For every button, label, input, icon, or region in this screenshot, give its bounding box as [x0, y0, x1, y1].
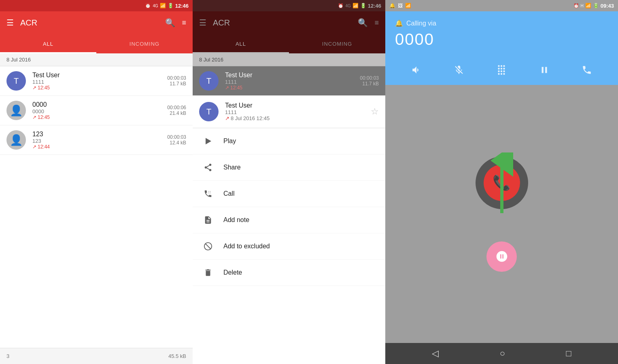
filter-button-1[interactable]: ≡ [182, 19, 186, 27]
detail-number: 1111 [225, 109, 371, 115]
status-bar-1: ⏰ 4G 📶 🔋 12:46 [0, 0, 193, 11]
menu-item-play[interactable]: Play [193, 128, 385, 154]
calling-number: 0000 [395, 30, 608, 49]
svg-line-4 [207, 168, 209, 169]
status-bar-2: ⏰ 4G 📶 🔋 12:46 [193, 0, 385, 11]
detail-card: T Test User 1111 ↗ 8 Jul 2016 12:45 ☆ [193, 95, 385, 128]
back-nav-button[interactable]: ◁ [432, 348, 439, 359]
tabs-1: ALL INCOMING [0, 34, 193, 53]
add-call-button[interactable] [582, 65, 592, 75]
panel-3: 🔔 🖼 📶 ⏰ H 📶 🔋 09:43 🔔 Calling via 0000 [385, 0, 618, 364]
search-button-1[interactable]: 🔍 [165, 18, 175, 28]
status-time-1: 12:46 [175, 3, 189, 9]
keypad-button[interactable] [496, 65, 507, 75]
status-bar-3: 🔔 🖼 📶 ⏰ H 📶 🔋 09:43 [385, 0, 618, 11]
call-meta-1: 00:00:03 11.7 kB [167, 75, 186, 87]
alarm-icon-2: ⏰ [338, 3, 344, 8]
svg-line-5 [207, 165, 209, 167]
highlighted-call-meta: 00:00:03 11.7 kB [360, 75, 379, 87]
svg-marker-0 [206, 138, 211, 144]
status-right-icons: ⏰ H 📶 🔋 09:43 [573, 3, 614, 9]
home-nav-button[interactable]: ○ [500, 348, 505, 359]
battery-icon-2: 🔋 [360, 3, 366, 8]
status-left-icons: 🔔 🖼 📶 [389, 3, 411, 8]
alarm-icon: ⏰ [145, 3, 151, 8]
avatar-highlighted: T [199, 71, 219, 91]
speaker-button[interactable] [411, 65, 422, 75]
menu-label-call: Call [223, 190, 235, 197]
filter-button-2[interactable]: ≡ [374, 19, 379, 27]
wifi-icon: 📶 [405, 3, 411, 8]
call-time-1: ↗ 12:45 [32, 85, 167, 91]
call-meta-2: 00:00:06 21.4 kB [167, 105, 186, 116]
signal-bars: 📶 [160, 3, 166, 8]
menu-item-call[interactable]: Call [193, 181, 385, 207]
call-item-1[interactable]: T Test User 1111 ↗ 12:45 00:00:03 11.7 k… [0, 66, 193, 96]
menu-item-delete[interactable]: Delete [193, 260, 385, 286]
call-count: 3 [6, 353, 9, 359]
tab-incoming-2[interactable]: INCOMING [289, 34, 385, 53]
signal-4g-2: 4G [345, 4, 350, 8]
calling-controls [385, 58, 618, 85]
signal-4g: 4G [153, 4, 158, 8]
recents-nav-button[interactable]: □ [566, 348, 571, 359]
total-size: 45.5 kB [168, 353, 186, 359]
delete-icon [202, 267, 214, 278]
signal-h: H [581, 4, 584, 8]
search-button-2[interactable]: 🔍 [358, 18, 368, 28]
call-number-3: 123 [32, 138, 167, 144]
date-header-2: 8 Jul 2016 [193, 53, 385, 66]
tab-all-1[interactable]: ALL [0, 34, 96, 53]
bell-calling-icon: 🔔 [395, 19, 403, 27]
date-header-1: 8 Jul 2016 [0, 53, 193, 66]
app-title-1: ACR [20, 18, 159, 28]
svg-point-2 [205, 166, 207, 169]
share-icon [202, 162, 214, 173]
app-bar-1: ☰ ACR 🔍 ≡ [0, 11, 193, 34]
menu-item-share[interactable]: Share [193, 154, 385, 181]
call-icon [202, 188, 214, 199]
call-list-1: T Test User 1111 ↗ 12:45 00:00:03 11.7 k… [0, 66, 193, 348]
alarm-icon-3: ⏰ [573, 3, 579, 8]
detail-info: Test User 1111 ↗ 8 Jul 2016 12:45 [225, 102, 371, 121]
app-title-2: ACR [213, 18, 351, 28]
call-info-1: Test User 1111 ↗ 12:45 [32, 72, 167, 91]
highlighted-call-info: Test User 1111 ↗ 12:45 [225, 72, 360, 91]
panel-2: ⏰ 4G 📶 🔋 12:46 ☰ ACR 🔍 ≡ ALL INCOMING 8 … [193, 0, 385, 364]
menu-label-share: Share [223, 164, 241, 171]
menu-item-add-excluded[interactable]: Add to excluded [193, 233, 385, 260]
highlighted-call-item[interactable]: T Test User 1111 ↗ 12:45 00:00:03 11.7 k… [193, 66, 385, 95]
answer-button[interactable] [486, 241, 517, 272]
call-meta-3: 00:00:03 12.4 kB [167, 134, 186, 146]
call-info-3: 123 123 ↗ 12:44 [32, 131, 167, 150]
detail-date: ↗ 8 Jul 2016 12:45 [225, 115, 371, 121]
call-item-2[interactable]: 👤 0000 0000 ↗ 12:45 00:00:06 21.4 kB [0, 96, 193, 125]
image-icon: 🖼 [398, 3, 403, 8]
highlighted-call-number: 1111 [225, 79, 360, 85]
avatar-3: 👤 [6, 130, 26, 150]
signal-bars-3: 📶 [585, 3, 591, 8]
call-name-2: 0000 [32, 101, 167, 108]
hold-button[interactable] [539, 65, 550, 75]
avatar-2: 👤 [6, 101, 26, 120]
mute-button[interactable] [454, 65, 464, 75]
calling-body: 📞 [385, 85, 618, 343]
menu-item-add-note[interactable]: Add note [193, 207, 385, 233]
svg-line-7 [206, 244, 211, 249]
avatar-1: T [6, 71, 26, 91]
call-item-3[interactable]: 👤 123 123 ↗ 12:44 00:00:03 12.4 kB [0, 125, 193, 155]
tab-incoming-1[interactable]: INCOMING [96, 34, 193, 53]
call-time-2: ↗ 12:45 [32, 114, 167, 120]
menu-button-2[interactable]: ☰ [199, 18, 206, 28]
highlighted-call-time: ↗ 12:45 [225, 85, 360, 91]
person-icon-3: 👤 [10, 134, 23, 146]
outgoing-arrow-2: ↗ [32, 114, 36, 120]
star-button[interactable]: ☆ [371, 106, 379, 117]
call-info-2: 0000 0000 ↗ 12:45 [32, 101, 167, 120]
signal-bars-2: 📶 [353, 3, 359, 8]
tabs-2: ALL INCOMING [193, 34, 385, 53]
tab-all-2[interactable]: ALL [193, 34, 289, 53]
outgoing-arrow-3: ↗ [32, 144, 36, 150]
menu-button-1[interactable]: ☰ [6, 18, 14, 28]
calling-wrapper: 📞 [476, 85, 528, 343]
